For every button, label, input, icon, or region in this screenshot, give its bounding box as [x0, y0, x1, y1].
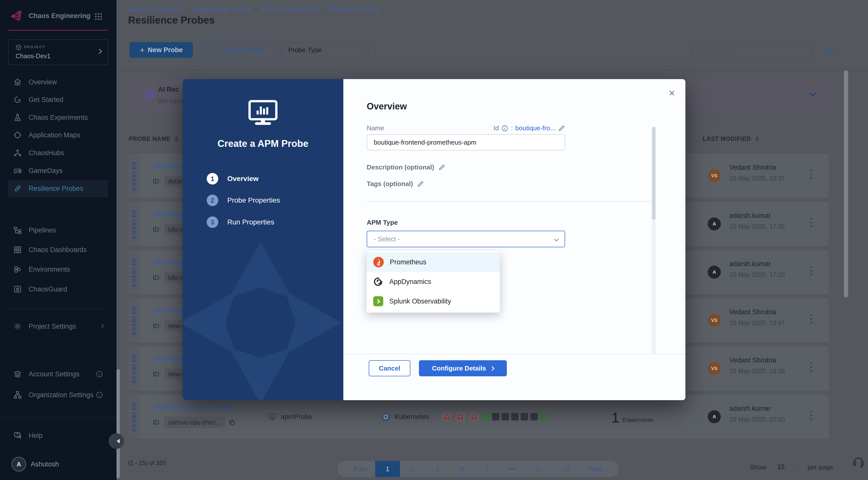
- ai-sparkle-icon: [143, 88, 156, 101]
- prev-page-button[interactable]: ← Prev: [337, 461, 375, 477]
- upload-icon: [211, 47, 219, 54]
- apm-type-label: APM Type: [367, 219, 398, 226]
- page-button-22[interactable]: 22: [553, 461, 581, 477]
- apm-type-select[interactable]: - Select -: [367, 231, 565, 247]
- collapse-arrow-icon: [117, 439, 120, 443]
- row-menu-button[interactable]: [810, 170, 812, 179]
- search-input[interactable]: [708, 46, 807, 55]
- next-page-button[interactable]: Next →: [581, 461, 619, 477]
- probe-name-link[interactable]: new-apm-: [153, 354, 186, 362]
- row-menu-button[interactable]: [810, 411, 812, 420]
- description-toggle[interactable]: Description (optional): [367, 163, 445, 171]
- banner-expand-chevron-icon[interactable]: [810, 91, 815, 97]
- wizard-panel: Create a APM Probe 1 Overview 2 Probe Pr…: [183, 79, 343, 400]
- sidebar-item-chaos-experiments[interactable]: Chaos Experiments: [8, 109, 108, 126]
- sidebar-item-environments[interactable]: Environments: [8, 261, 108, 278]
- modified-by: adarsh.kumar: [730, 260, 771, 268]
- probe-name-input[interactable]: [367, 134, 565, 150]
- sidebar-item-organization-settings[interactable]: Organization Settings: [8, 386, 108, 404]
- form-scrollbar-thumb[interactable]: [652, 127, 655, 220]
- project-name: Chaos-Dev1: [16, 53, 51, 60]
- column-header-last-modified[interactable]: LAST MODIFIED: [703, 135, 759, 142]
- sidebar-item-chaos-dashboards[interactable]: Chaos Dashboards: [8, 241, 108, 259]
- probe-name-link[interactable]: dsfanew-a: [153, 162, 187, 170]
- module-grid-icon[interactable]: [94, 12, 103, 21]
- close-icon[interactable]: ×: [665, 86, 679, 100]
- avatar: VS: [708, 169, 721, 182]
- user-avatar[interactable]: A: [11, 457, 26, 472]
- chevron-down-icon: [795, 465, 799, 469]
- sidebar-item-project-settings[interactable]: Project Settings: [8, 318, 108, 335]
- new-probe-button[interactable]: + New Probe: [130, 42, 193, 58]
- copy-icon[interactable]: [228, 419, 236, 426]
- breadcrumb-project[interactable]: Project: Chaos-Dev1: [261, 6, 319, 13]
- page-button-3[interactable]: 3: [425, 461, 450, 477]
- page-button-5[interactable]: 5: [475, 461, 500, 477]
- probe-name-link[interactable]: k8s-datad: [153, 258, 186, 266]
- wizard-step-probe-properties[interactable]: 2 Probe Properties: [207, 195, 280, 206]
- sidebar-scrollbar[interactable]: [117, 369, 120, 478]
- breadcrumb-organization[interactable]: Organization: default: [193, 6, 251, 13]
- sidebar-item-help[interactable]: Help: [8, 427, 108, 444]
- page-button-2[interactable]: 2: [400, 461, 425, 477]
- sidebar-item-get-started[interactable]: Get Started: [8, 91, 108, 108]
- import-probe-button[interactable]: Import Probe: [202, 42, 274, 59]
- page-button-1[interactable]: 1: [375, 461, 400, 477]
- content-scrollbar[interactable]: [844, 70, 848, 297]
- sidebar-item-overview[interactable]: Overview: [8, 73, 108, 91]
- sidebar-item-chaoshubs[interactable]: ChaosHubs: [8, 144, 108, 162]
- configure-details-button[interactable]: Configure Details: [419, 360, 507, 376]
- edit-pencil-icon[interactable]: [558, 125, 565, 132]
- breadcrumb-current: Resilience Probes: [329, 6, 380, 13]
- row-menu-button[interactable]: [810, 218, 812, 227]
- row-menu-button[interactable]: [810, 266, 812, 276]
- page-size-select[interactable]: 15: [773, 459, 803, 474]
- get-started-icon: [13, 95, 22, 104]
- page-button-4[interactable]: 4: [450, 461, 475, 477]
- avatar: VS: [708, 314, 721, 327]
- sidebar-collapse-button[interactable]: [108, 433, 124, 449]
- table-row[interactable]: ENABLED cartsvc-cpu-check-appd ID:cartsv…: [128, 395, 829, 439]
- row-menu-button[interactable]: [810, 362, 812, 372]
- page-ellipsis[interactable]: •••: [500, 461, 524, 477]
- avatar: VS: [708, 362, 721, 375]
- info-icon[interactable]: [501, 125, 508, 132]
- column-header-probe-name[interactable]: PROBE NAME: [129, 135, 179, 142]
- sidebar-item-chaosguard[interactable]: ChaosGuard: [8, 280, 108, 298]
- modified-by: Vedant Shrotria: [730, 164, 776, 171]
- sort-icon: [175, 136, 179, 141]
- breadcrumb-account[interactable]: Account: chaos-dev: [128, 6, 183, 13]
- wizard-step-run-properties[interactable]: 3 Run Properties: [207, 216, 274, 228]
- modal-form: Overview Name Id : boutique-fro... Descr…: [343, 79, 685, 400]
- run-result-pass: [483, 413, 490, 420]
- support-headset-icon[interactable]: [852, 455, 865, 469]
- create-apm-probe-modal: Create a APM Probe 1 Overview 2 Probe Pr…: [183, 79, 685, 400]
- page-title: Resilience Probes: [128, 14, 215, 26]
- apm-type-dropdown: Prometheus AppDynamics Splunk Observabil…: [367, 251, 500, 313]
- option-appdynamics[interactable]: AppDynamics: [367, 272, 500, 291]
- edit-pencil-icon: [417, 181, 424, 188]
- row-menu-button[interactable]: [810, 314, 812, 324]
- sidebar-item-account-settings[interactable]: Account Settings: [8, 365, 108, 383]
- modified-at: 15 May 2025, 13:47: [730, 319, 785, 327]
- sidebar-item-application-maps[interactable]: Application Maps: [8, 126, 108, 144]
- tags-toggle[interactable]: Tags (optional): [367, 180, 424, 188]
- cancel-button[interactable]: Cancel: [369, 360, 410, 376]
- probe-name-link[interactable]: k8s-datad: [153, 210, 186, 218]
- probe-name-link[interactable]: new-http-: [153, 306, 184, 314]
- sidebar-item-pipelines[interactable]: Pipelines: [8, 221, 108, 239]
- modified-at: 15 May 2025, 17:36: [730, 223, 785, 230]
- sidebar-item-gamedays[interactable]: GameDays: [8, 162, 108, 180]
- option-prometheus[interactable]: Prometheus: [367, 252, 500, 272]
- probe-type-filter[interactable]: Probe Type: [282, 42, 375, 58]
- sidebar-item-resilience-probes[interactable]: Resilience Probes: [8, 180, 108, 197]
- page-button-21[interactable]: 21: [524, 461, 553, 477]
- wizard-step-overview[interactable]: 1 Overview: [207, 173, 259, 185]
- prometheus-icon: [373, 257, 384, 267]
- option-splunk-observability[interactable]: Splunk Observability: [367, 291, 500, 311]
- project-selector[interactable]: PROJECT Chaos-Dev1: [8, 39, 108, 65]
- search-box[interactable]: [692, 42, 812, 58]
- banner-title: AI Rec: [158, 86, 179, 93]
- probe-name-link[interactable]: cartsvc-cpu-check-appd: [153, 403, 234, 411]
- filter-sliders-icon[interactable]: [825, 45, 836, 55]
